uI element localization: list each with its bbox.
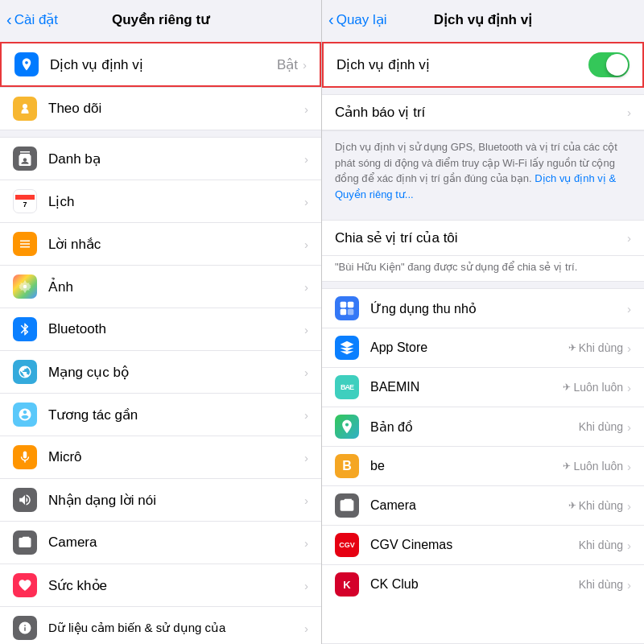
- theo-doi-label: Theo dõi: [48, 101, 101, 117]
- svg-point-0: [23, 104, 27, 109]
- app-name-app-store: App Store: [370, 341, 568, 355]
- app-chevron-0: ›: [627, 302, 631, 316]
- app-chevron-7: ›: [627, 578, 631, 592]
- mang-cuc-bo-row[interactable]: Mạng cục bộ ›: [0, 351, 321, 394]
- anh-label: Ảnh: [48, 279, 73, 295]
- interaction-icon: [13, 402, 37, 427]
- left-back-label: Cài đặt: [14, 11, 58, 28]
- anh-content: Ảnh ›: [48, 279, 308, 295]
- nhan-dang-row[interactable]: Nhận dạng lời nói ›: [0, 479, 321, 522]
- app-chevron-6: ›: [627, 539, 631, 552]
- du-lieu-content: Dữ liệu cảm biến & sử dụng của ›: [48, 621, 308, 635]
- loi-nhac-label: Lời nhắc: [48, 236, 101, 253]
- location-row-label: Dịch vụ định vị: [50, 56, 143, 73]
- tuong-tac-gan-row[interactable]: Tương tác gần ›: [0, 394, 321, 436]
- app-name-ban-do: Bản đồ: [370, 419, 579, 435]
- svg-rect-6: [348, 302, 354, 308]
- mang-cuc-bo-content: Mạng cục bộ ›: [48, 364, 308, 381]
- app-name-ck: CK Club: [370, 577, 579, 592]
- micro-icon: [13, 445, 37, 469]
- nhan-dang-chevron-icon: ›: [304, 493, 308, 507]
- reminders-icon: [13, 232, 37, 256]
- left-back-button[interactable]: ‹ Cài đặt: [6, 11, 58, 28]
- theo-doi-content: Theo dõi ›: [48, 101, 308, 117]
- micro-label: Micrô: [48, 449, 82, 465]
- loi-nhac-row[interactable]: Lời nhắc ›: [0, 223, 321, 266]
- app-status-ck: Khi dùng ›: [579, 578, 631, 592]
- danh-ba-label: Danh bạ: [48, 151, 101, 167]
- bluetooth-chevron-icon: ›: [304, 323, 308, 336]
- chia-se-row[interactable]: Chia sẻ vị trí của tôi ›: [322, 221, 644, 256]
- anh-row[interactable]: Ảnh ›: [0, 266, 321, 308]
- suc-khoe-content: Sức khỏe ›: [48, 577, 308, 594]
- location-toggle-row[interactable]: Dịch vụ định vị: [324, 43, 642, 86]
- loi-nhac-chevron-icon: ›: [304, 237, 308, 251]
- app-chevron-5: ›: [627, 499, 631, 513]
- left-panel-title: Quyền riêng tư: [112, 11, 209, 28]
- left-back-chevron-icon: ‹: [6, 11, 12, 27]
- mang-cuc-bo-chevron-icon: ›: [304, 365, 308, 379]
- app-row-ban-do[interactable]: Bản đồ Khi dùng ›: [322, 407, 644, 447]
- apps-section: Ứng dụng thu nhỏ › App Store ✈ Khi dùng …: [322, 288, 644, 644]
- mang-cuc-bo-label: Mạng cục bộ: [48, 364, 129, 381]
- app-status-be: ✈ Luôn luôn ›: [563, 460, 631, 473]
- toggle-track: [588, 52, 630, 77]
- app-name-camera: Camera: [370, 498, 568, 513]
- danh-ba-row[interactable]: Danh bạ ›: [0, 138, 321, 180]
- canh-bao-chevron-icon: ›: [627, 105, 631, 119]
- ck-icon: K: [335, 572, 359, 597]
- right-back-button[interactable]: ‹ Quay lại: [328, 11, 387, 28]
- app-row-cgv[interactable]: CGV CGV Cinemas Khi dùng ›: [322, 526, 644, 565]
- canh-bao-row[interactable]: Cảnh báo vị trí ›: [322, 95, 644, 130]
- camera-row[interactable]: Camera ›: [0, 522, 321, 564]
- bluetooth-content: Bluetooth ›: [48, 321, 308, 337]
- tuong-tac-gan-chevron-icon: ›: [304, 408, 308, 422]
- app-row-baemin[interactable]: BAE BAEMIN ✈ Luôn luôn ›: [322, 368, 644, 407]
- tuong-tac-gan-content: Tương tác gần ›: [48, 407, 308, 423]
- micro-content: Micrô ›: [48, 449, 308, 465]
- location-chevron-icon: ›: [303, 58, 307, 72]
- bluetooth-icon: [13, 317, 37, 341]
- app-row-app-store[interactable]: App Store ✈ Khi dùng ›: [322, 328, 644, 368]
- app-row-ung-dung[interactable]: Ứng dụng thu nhỏ ›: [322, 289, 644, 328]
- tracking-icon: [13, 97, 37, 121]
- lich-row[interactable]: 7 Lịch ›: [0, 180, 321, 223]
- app-status-baemin: ✈ Luôn luôn ›: [563, 381, 631, 394]
- left-panel: ‹ Cài đặt Quyền riêng tư Dịch vụ định vị…: [0, 0, 322, 644]
- calendar-icon: 7: [13, 189, 37, 213]
- app-name-be: be: [370, 459, 563, 473]
- location-toggle[interactable]: [588, 52, 630, 77]
- theo-doi-row[interactable]: Theo dõi ›: [0, 88, 321, 130]
- lich-label: Lịch: [48, 193, 74, 210]
- location-service-row[interactable]: Dịch vụ định vị Bật ›: [0, 42, 321, 87]
- svg-text:7: 7: [23, 200, 27, 208]
- baemin-icon: BAE: [335, 375, 359, 399]
- camera-app-icon: [335, 493, 359, 518]
- app-chevron-2: ›: [627, 381, 631, 394]
- app-row-ck[interactable]: K CK Club Khi dùng ›: [322, 565, 644, 604]
- sensor-icon: [13, 616, 37, 640]
- svg-rect-8: [348, 309, 354, 316]
- location-toggle-label: Dịch vụ định vị: [336, 56, 430, 73]
- widget-app-icon: [335, 296, 359, 320]
- suc-khoe-row[interactable]: Sức khỏe ›: [0, 564, 321, 607]
- app-chevron-1: ›: [627, 341, 631, 355]
- app-row-camera[interactable]: Camera ✈ Khi dùng ›: [322, 486, 644, 526]
- micro-chevron-icon: ›: [304, 451, 308, 464]
- right-panel: ‹ Quay lại Dịch vụ định vị Dịch vụ định …: [322, 0, 644, 644]
- camera-left-label: Camera: [48, 535, 97, 551]
- app-chevron-4: ›: [627, 460, 631, 473]
- micro-row[interactable]: Micrô ›: [0, 436, 321, 479]
- location-arrow-camera: ✈: [568, 500, 576, 511]
- svg-rect-5: [341, 302, 347, 308]
- bluetooth-row[interactable]: Bluetooth ›: [0, 308, 321, 351]
- chia-se-label: Chia sẻ vị trí của tôi: [335, 229, 458, 246]
- location-row-value: Bật ›: [277, 56, 307, 73]
- app-status-cgv: Khi dùng ›: [579, 539, 631, 552]
- app-name-baemin: BAEMIN: [370, 380, 563, 394]
- right-back-chevron-icon: ‹: [328, 11, 334, 27]
- app-row-be[interactable]: B be ✈ Luôn luôn ›: [322, 447, 644, 486]
- du-lieu-cam-bien-row[interactable]: Dữ liệu cảm biến & sử dụng của ›: [0, 607, 321, 644]
- app-status-app-store: ✈ Khi dùng ›: [568, 341, 631, 355]
- location-pin-icon: ✈: [568, 342, 576, 353]
